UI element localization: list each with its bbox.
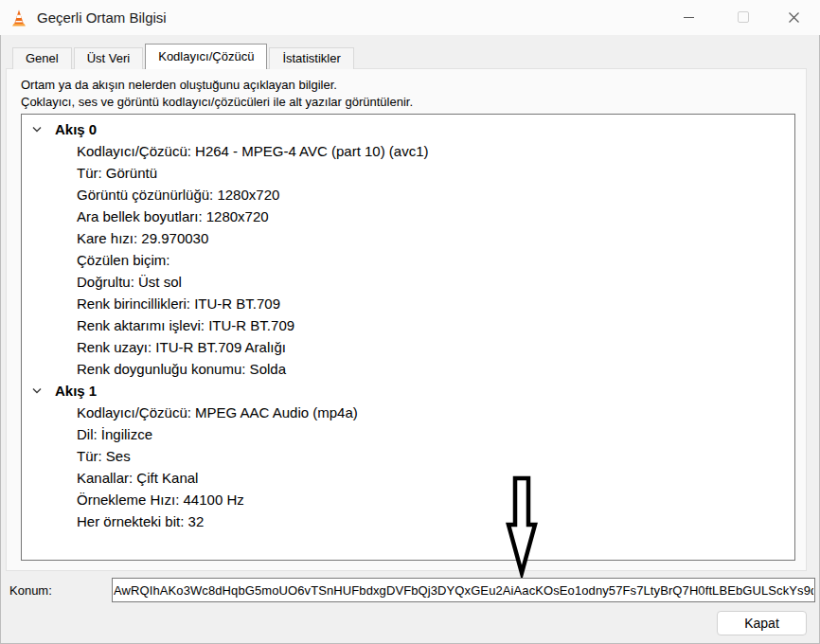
tree-item[interactable]: Görüntü çözünürlüğü: 1280x720 <box>22 184 794 206</box>
tab-ust-veri[interactable]: Üst Veri <box>74 47 144 69</box>
chevron-down-icon[interactable] <box>31 387 43 395</box>
stream-0-label: Akış 0 <box>55 121 97 137</box>
tree-item[interactable]: Kanallar: Çift Kanal <box>22 467 794 489</box>
chevron-down-icon[interactable] <box>31 126 43 134</box>
titlebar: Geçerli Ortam Bilgisi <box>0 0 820 35</box>
location-label: Konum: <box>9 583 52 598</box>
location-input[interactable] <box>112 578 815 602</box>
close-dialog-button[interactable]: Kapat <box>717 611 807 635</box>
codec-tree: Akış 0 Kodlayıcı/Çözücü: H264 - MPEG-4 A… <box>21 114 795 561</box>
vlc-cone-icon <box>9 9 28 27</box>
tree-item[interactable]: Kare hızı: 29.970030 <box>22 227 794 249</box>
tree-item[interactable]: Doğrultu: Üst sol <box>22 271 794 293</box>
tree-item[interactable]: Renk birincillikleri: ITU-R BT.709 <box>22 293 794 314</box>
description-line-2: Çoklayıcı, ses ve görüntü kodlayıcı/çözü… <box>21 94 413 111</box>
tree-item[interactable]: Tür: Görüntü <box>22 162 794 184</box>
tree-item[interactable]: Kodlayıcı/Çözücü: MPEG AAC Audio (mp4a) <box>22 402 794 423</box>
close-window-button[interactable] <box>772 0 815 34</box>
tab-bar: Genel Üst Veri Kodlayıcı/Çözücü İstatist… <box>12 44 356 69</box>
stream-1-label: Akış 1 <box>55 383 97 399</box>
tab-genel[interactable]: Genel <box>12 47 72 69</box>
minimize-icon <box>684 17 694 18</box>
maximize-icon <box>738 11 749 23</box>
minimize-button[interactable] <box>667 0 710 34</box>
tree-item[interactable]: Renk doygunluğu konumu: Solda <box>22 358 794 380</box>
description-line-1: Ortam ya da akışın nelerden oluştuğunu a… <box>21 77 413 94</box>
window-title: Geçerli Ortam Bilgisi <box>37 9 167 26</box>
maximize-button[interactable] <box>722 0 765 34</box>
tab-description: Ortam ya da akışın nelerden oluştuğunu a… <box>21 77 413 110</box>
tree-group-stream-0[interactable]: Akış 0 <box>22 118 794 140</box>
tree-item[interactable]: Renk aktarımı işlevi: ITU-R BT.709 <box>22 314 794 336</box>
tree-item[interactable]: Ara bellek boyutları: 1280x720 <box>22 206 794 227</box>
tree-item[interactable]: Örnekleme Hızı: 44100 Hz <box>22 489 794 510</box>
tree-item[interactable]: Her örnekteki bit: 32 <box>22 510 794 532</box>
tree-item[interactable]: Dil: İngilizce <box>22 423 794 445</box>
tree-group-stream-1[interactable]: Akış 1 <box>22 380 794 402</box>
close-icon <box>788 11 800 24</box>
tree-item[interactable]: Kodlayıcı/Çözücü: H264 - MPEG-4 AVC (par… <box>22 140 794 162</box>
tab-kodlayici-cozucu[interactable]: Kodlayıcı/Çözücü <box>145 44 267 69</box>
media-info-dialog: Geçerli Ortam Bilgisi Genel Üst Veri Kod… <box>0 0 820 644</box>
tree-item[interactable]: Çözülen biçim: <box>22 249 794 271</box>
tree-item[interactable]: Renk uzayı: ITU-R BT.709 Aralığı <box>22 336 794 358</box>
tree-item[interactable]: Tür: Ses <box>22 445 794 467</box>
tab-istatistikler[interactable]: İstatistikler <box>269 47 353 69</box>
